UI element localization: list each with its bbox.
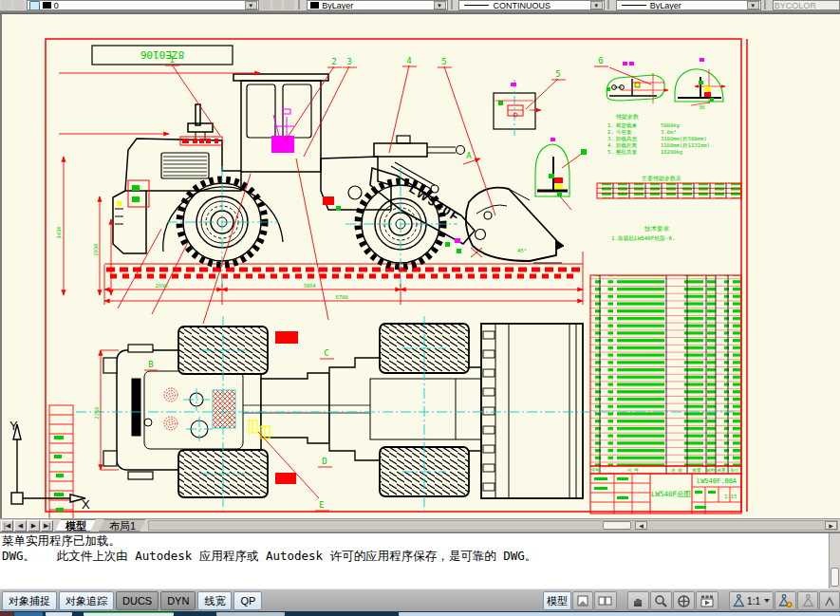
command-scrollbar[interactable] <box>829 533 840 588</box>
spec-list[interactable]: 性能参数 1. 额定载重 5000kg 2. 斗容量 3.0m³ 3. 卸载高度… <box>607 113 710 156</box>
pan-button[interactable] <box>627 591 649 610</box>
linetype-value: CONTINUOUS <box>493 1 551 10</box>
layer-freeze-icon <box>29 1 40 10</box>
svg-text:备注: 备注 <box>731 468 740 473</box>
balloon-labels: 1 2 3 4 5 5 6 A 3430 2030 2890 3084 6700… <box>56 55 604 300</box>
svg-text:E: E <box>319 500 324 510</box>
linetype-dropdown-arrow[interactable]: ▼ <box>590 1 603 9</box>
layer-states-icon[interactable] <box>13 0 24 9</box>
svg-text:3100mm(距500mm): 3100mm(距500mm) <box>661 136 707 141</box>
dimensions-side <box>59 65 608 324</box>
tab-next-button[interactable]: ▶ <box>28 520 40 532</box>
title-block-number: LW540F.00A <box>697 477 737 485</box>
tab-layout1[interactable]: 布局1 <box>99 519 146 532</box>
make-layer-current-icon[interactable] <box>260 0 271 9</box>
drawing-number-box[interactable]: 8ZE0106 <box>92 46 233 65</box>
svg-text:C: C <box>324 348 328 358</box>
toggle-dyn[interactable]: DYN <box>160 591 196 610</box>
command-line-window[interactable]: 菜单实用程序已加载。 DWG。 此文件上次由 Autodesk 应用程序或 Au… <box>0 532 840 588</box>
bom-table[interactable]: 序号 代 号 名 称 数量 材料 单重 备注 LW540F总图 <box>590 275 741 513</box>
steering-wheel-button[interactable] <box>673 591 695 610</box>
detail-blob[interactable] <box>607 62 668 103</box>
loader-side-view[interactable]: LW540F <box>56 55 608 324</box>
plotstyle-dropdown: BYCOLOR <box>773 0 840 10</box>
tab-model[interactable]: 模型 <box>55 519 97 532</box>
svg-text:3.0m³: 3.0m³ <box>661 129 677 135</box>
marker-red-bottom <box>275 473 296 484</box>
tab-last-button[interactable]: ▶| <box>41 520 53 532</box>
svg-text:名 称: 名 称 <box>671 468 682 473</box>
hscroll-left-arrow[interactable]: ◀ <box>635 521 647 530</box>
tech-title: 技术要求 <box>644 225 670 233</box>
hscroll-thumb[interactable] <box>603 521 631 530</box>
quick-view-layouts-button[interactable] <box>594 591 617 610</box>
toolbar-separator <box>451 0 455 9</box>
layer-previous-icon[interactable] <box>272 0 283 9</box>
model-space-canvas[interactable]: 8ZE0106 X Y <box>0 14 840 518</box>
detail-dome-small[interactable]: 36 <box>675 58 725 110</box>
radiator-hatch <box>213 390 235 428</box>
svg-text:5: 5 <box>441 57 446 66</box>
parameter-table[interactable]: 主要性能参数表 <box>597 175 741 198</box>
tab-prev-button[interactable]: ◀ <box>14 520 27 532</box>
svg-text:6700: 6700 <box>335 294 347 300</box>
svg-text:D: D <box>322 457 327 466</box>
tech-requirements[interactable]: 技术要求 1.装载机LW540F轮胎-6. <box>611 225 675 242</box>
spec-title: 性能参数 <box>616 113 639 121</box>
autocad-window: 0 ▼ ByLayer ▼ CONTINUOUS ▼ ByLayer ▼ BYC… <box>0 0 840 616</box>
toggle-ducs[interactable]: DUCS <box>116 591 159 610</box>
annotation-scale-icon <box>733 594 745 607</box>
statusbar-overflow-button[interactable] <box>819 591 840 610</box>
detail-dome-large[interactable] <box>535 138 587 210</box>
zoom-button[interactable] <box>650 591 672 610</box>
layouts-icon <box>598 594 613 607</box>
layer-isolate-icon[interactable] <box>284 0 294 9</box>
marker-red-top <box>275 331 298 344</box>
svg-text:斗容量: 斗容量 <box>616 129 632 136</box>
taskbar-fragment <box>84 612 174 616</box>
annotation-scale-button[interactable]: 1:1 <box>729 591 774 610</box>
model-space-button[interactable]: 模型 <box>543 591 571 610</box>
lineweight-dropdown[interactable]: ByLayer ▼ <box>616 0 761 10</box>
title-block-name: LW540F总图 <box>651 490 691 498</box>
color-dropdown-arrow[interactable]: ▼ <box>434 1 446 9</box>
body-outline <box>113 74 475 253</box>
svg-text:4: 4 <box>406 56 411 65</box>
linetype-dropdown[interactable]: CONTINUOUS ▼ <box>458 0 604 10</box>
annotation-visibility-icon <box>778 594 793 607</box>
layer-name: 0 <box>54 1 59 10</box>
layer-properties-toolbar: 0 ▼ ByLayer ▼ CONTINUOUS ▼ ByLayer ▼ BYC… <box>0 0 840 10</box>
svg-text:1.: 1. <box>607 122 614 128</box>
toggle-qp[interactable]: QP <box>233 591 262 610</box>
layer-dropdown-arrow[interactable]: ▼ <box>245 1 257 9</box>
color-dropdown[interactable]: ByLayer ▼ <box>307 0 447 10</box>
taskbar-fragment <box>14 612 43 616</box>
lineweight-dropdown-arrow[interactable]: ▼ <box>747 1 759 9</box>
title-block-scale: 1:15 <box>724 494 737 499</box>
toggle-otrack[interactable]: 对象追踪 <box>59 591 114 610</box>
layer-dropdown[interactable]: 0 ▼ <box>27 0 259 10</box>
horizontal-scrollbar[interactable]: ◀ ▶ <box>148 520 838 531</box>
command-scroll-thumb[interactable] <box>831 568 839 587</box>
hscroll-right-arrow[interactable]: ▶ <box>825 521 837 530</box>
annotation-visibility-button[interactable] <box>775 591 796 610</box>
pan-hand-icon <box>631 594 645 608</box>
loader-drawing[interactable]: 8ZE0106 X Y <box>2 14 840 518</box>
tab-first-button[interactable]: |◀ <box>1 520 13 532</box>
toolbar-separator <box>764 0 768 9</box>
svg-text:卸载距离: 卸载距离 <box>616 142 638 148</box>
svg-text:5: 5 <box>555 69 560 79</box>
toggle-lineweight[interactable]: 线宽 <box>197 591 232 610</box>
detail-box[interactable] <box>494 80 541 136</box>
layout-button[interactable] <box>572 591 593 610</box>
ucs-y-label: Y <box>9 419 18 433</box>
showmotion-button[interactable] <box>696 591 719 610</box>
svg-text:5000kg: 5000kg <box>661 122 680 129</box>
svg-text:6: 6 <box>598 56 603 65</box>
svg-text:2890: 2890 <box>155 283 167 289</box>
layer-manager-icon[interactable] <box>1 0 11 9</box>
svg-text:额定载重: 额定载重 <box>616 122 638 129</box>
toggle-osnap[interactable]: 对象捕捉 <box>2 591 57 610</box>
autoscale-button[interactable] <box>797 591 818 610</box>
svg-text:代 号: 代 号 <box>626 468 639 473</box>
